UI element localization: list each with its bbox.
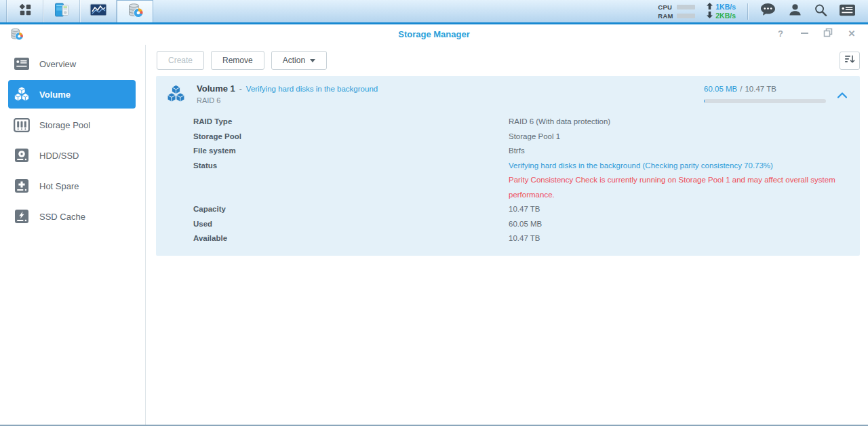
window-body: Overview Volume	[0, 45, 868, 426]
toolbar: Create Remove Action	[146, 45, 868, 76]
cpu-label: CPU	[658, 3, 674, 11]
chevron-up-icon	[837, 92, 848, 99]
storage-pool-icon	[13, 118, 31, 132]
action-button[interactable]: Action	[271, 51, 327, 70]
volume-title-separator: -	[239, 84, 242, 94]
sidebar-item-label: Volume	[39, 90, 71, 100]
detail-row-used: Used 60.05 MB	[193, 217, 846, 232]
status-warning-text: Parity Consistency Check is currently ru…	[509, 173, 846, 202]
cpu-meter	[677, 5, 695, 9]
search-icon	[814, 3, 827, 20]
volume-panel: Volume 1 - Verifying hard disks in the b…	[156, 76, 860, 256]
sidebar-item-ssd-cache[interactable]: SSD Cache	[8, 202, 136, 231]
maximize-icon	[823, 28, 833, 39]
sidebar-item-hot-spare[interactable]: Hot Spare	[8, 172, 136, 200]
ram-meter	[677, 14, 695, 18]
detail-row-file-system: File system Btrfs	[193, 144, 846, 159]
chat-icon	[760, 3, 776, 20]
storage-manager-window: Storage Manager ? ✕	[0, 24, 868, 426]
detail-row-available: Available 10.47 TB	[193, 231, 846, 246]
overview-icon	[13, 57, 31, 71]
widgets-button[interactable]	[839, 3, 856, 20]
create-button[interactable]: Create	[157, 51, 204, 70]
sidebar-item-label: SSD Cache	[39, 212, 85, 222]
sidebar-item-label: Overview	[39, 59, 76, 69]
widgets-icon	[839, 3, 856, 20]
hdd-ssd-icon	[13, 148, 31, 163]
volume-cubes-icon	[13, 85, 31, 103]
minimize-button[interactable]	[799, 28, 810, 39]
hot-spare-icon	[13, 178, 31, 193]
user-options-button[interactable]	[788, 3, 802, 20]
remove-button[interactable]: Remove	[211, 51, 264, 70]
collapse-button[interactable]	[837, 90, 848, 102]
window-title: Storage Manager	[0, 29, 868, 39]
help-button[interactable]: ?	[775, 28, 786, 39]
volume-title: Volume 1	[197, 83, 235, 94]
storage-manager-icon	[127, 2, 144, 22]
resource-monitor-icon	[90, 3, 107, 20]
sort-button[interactable]	[840, 52, 860, 70]
volume-usage: 60.05 MB / 10.47 TB	[704, 83, 826, 103]
sidebar-item-label: Storage Pool	[39, 120, 90, 130]
main-menu-icon	[18, 3, 33, 20]
volume-usage-bar	[704, 99, 826, 103]
detail-row-storage-pool: Storage Pool Storage Pool 1	[193, 130, 846, 144]
volume-raid-type: RAID 6	[197, 96, 378, 104]
volume-title-status: Verifying hard disks in the background	[246, 85, 378, 93]
action-button-label: Action	[283, 56, 305, 65]
detail-row-status: Status Verifying hard disks in the backg…	[193, 159, 846, 203]
main-menu-button[interactable]	[7, 0, 43, 22]
window-titlebar: Storage Manager ? ✕	[0, 24, 868, 45]
sidebar-item-volume[interactable]: Volume	[8, 80, 136, 109]
storage-manager-button[interactable]	[117, 0, 153, 22]
ram-label: RAM	[658, 12, 674, 20]
tray-divider	[747, 3, 748, 20]
volume-used-text: 60.05 MB	[704, 85, 737, 93]
system-meters: CPU RAM	[658, 3, 695, 20]
volume-icon	[165, 83, 186, 107]
sort-descending-icon	[844, 54, 855, 67]
control-panel-button[interactable]	[43, 0, 80, 22]
sidebar: Overview Volume	[0, 45, 146, 425]
detail-row-raid-type: RAID Type RAID 6 (With data protection)	[193, 115, 846, 130]
sidebar-item-label: HDD/SSD	[39, 151, 79, 161]
maximize-button[interactable]	[823, 28, 833, 39]
control-panel-icon	[54, 2, 70, 21]
download-speed: 2KB/s	[715, 12, 736, 20]
sidebar-item-overview[interactable]: Overview	[8, 50, 136, 78]
ssd-cache-icon	[13, 209, 31, 224]
volume-total-text: 10.47 TB	[745, 85, 776, 93]
chevron-down-icon	[310, 59, 315, 62]
detail-row-capacity: Capacity 10.47 TB	[193, 202, 846, 217]
volume-panel-header: Volume 1 - Verifying hard disks in the b…	[156, 76, 860, 109]
close-button[interactable]: ✕	[846, 28, 857, 39]
volume-usage-divider: /	[740, 85, 742, 93]
volume-usage-bar-fill	[704, 99, 705, 103]
main-content: Create Remove Action	[146, 45, 868, 425]
taskbar-edge	[0, 0, 7, 22]
sidebar-item-storage-pool[interactable]: Storage Pool	[8, 111, 136, 139]
network-speeds: 1KB/s 2KB/s	[707, 3, 736, 20]
sidebar-item-label: Hot Spare	[39, 181, 79, 191]
window-controls: ? ✕	[775, 28, 857, 39]
upload-arrow-icon	[707, 3, 713, 11]
taskbar-tray: CPU RAM 1KB/s 2KB/s	[658, 0, 868, 22]
notifications-button[interactable]	[760, 3, 776, 20]
search-button[interactable]	[814, 3, 827, 20]
upload-speed: 1KB/s	[715, 3, 736, 11]
sidebar-item-hdd-ssd[interactable]: HDD/SSD	[8, 141, 136, 170]
status-text: Verifying hard disks in the background (…	[509, 159, 846, 174]
download-arrow-icon	[707, 12, 713, 20]
resource-monitor-button[interactable]	[80, 0, 117, 22]
volume-header-text: Volume 1 - Verifying hard disks in the b…	[197, 83, 378, 104]
minimize-icon	[801, 33, 808, 34]
user-icon	[788, 3, 802, 20]
volume-details: RAID Type RAID 6 (With data protection) …	[156, 109, 860, 248]
taskbar: CPU RAM 1KB/s 2KB/s	[0, 0, 868, 24]
